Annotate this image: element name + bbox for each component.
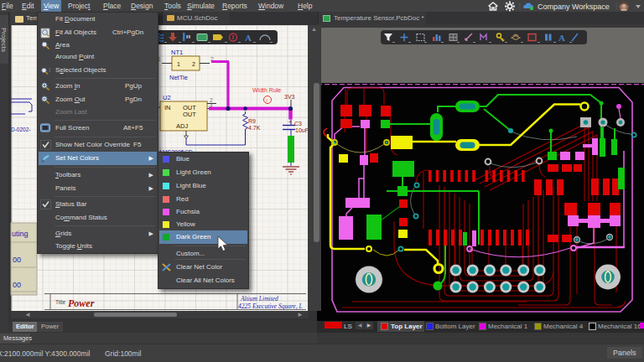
svg-text:⋮: ⋮ (47, 67, 52, 72)
svg-text:IN: IN (164, 104, 171, 111)
svg-text:2: 2 (192, 61, 195, 67)
svg-text:NetTie: NetTie (169, 74, 188, 81)
svg-text:Altium Limited: Altium Limited (240, 295, 278, 303)
svg-text:NT1: NT1 (171, 49, 183, 56)
svg-text:R9: R9 (248, 118, 256, 124)
svg-text:D-0202-: D-0202- (11, 127, 30, 132)
svg-text:4.7K: 4.7K (248, 125, 261, 131)
svg-text:4225 Executive Square, L: 4225 Executive Square, L (238, 303, 303, 310)
svg-text:ADJ: ADJ (176, 122, 188, 130)
svg-text:Width Rule: Width Rule (252, 87, 281, 93)
svg-text:OUT: OUT (183, 111, 196, 118)
svg-text:C3: C3 (294, 121, 302, 127)
svg-text:10uF: 10uF (295, 127, 309, 133)
svg-text:Title: Title (55, 299, 65, 305)
svg-text:Company Workspace: Company Workspace (538, 3, 610, 11)
svg-text:3V3: 3V3 (284, 94, 295, 100)
svg-text:+: + (288, 119, 292, 125)
svg-text:▮▮: ▮▮ (186, 34, 191, 39)
svg-text:00: 00 (13, 281, 21, 289)
svg-text:A: A (558, 33, 565, 43)
svg-text:Power: Power (68, 297, 95, 309)
svg-text:1: 1 (177, 61, 180, 67)
svg-text:U2: U2 (163, 94, 171, 101)
svg-text:00: 00 (13, 256, 21, 264)
svg-text:A: A (245, 33, 252, 43)
svg-text:uting: uting (12, 230, 29, 238)
svg-text:2: 2 (210, 97, 213, 103)
svg-text:i: i (267, 98, 267, 103)
